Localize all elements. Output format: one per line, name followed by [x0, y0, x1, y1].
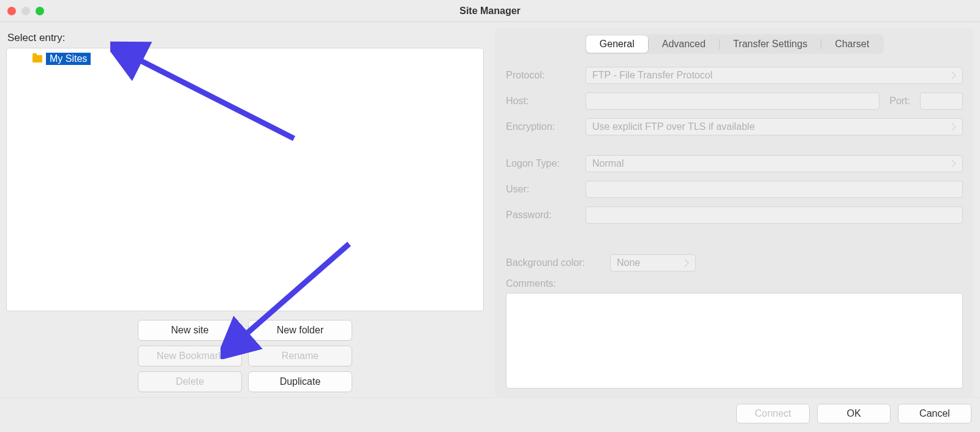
entry-buttons: New site New folder New Bookmark Rename …	[6, 311, 484, 397]
dialog-footer: Connect OK Cancel	[0, 397, 980, 432]
protocol-label: Protocol:	[506, 70, 579, 81]
left-panel: Select entry: My Sites New site New fold…	[6, 28, 484, 397]
port-label: Port:	[886, 96, 914, 107]
user-input[interactable]	[586, 181, 963, 198]
user-label: User:	[506, 184, 579, 195]
tab-general[interactable]: General	[586, 36, 648, 53]
encryption-label: Encryption:	[506, 121, 579, 132]
port-input[interactable]	[920, 93, 963, 110]
bgcolor-label: Background color:	[506, 257, 604, 268]
titlebar: Site Manager	[0, 0, 980, 22]
cancel-button[interactable]: Cancel	[898, 404, 971, 423]
connect-button: Connect	[736, 404, 810, 423]
settings-tabs: General Advanced Transfer Settings Chars…	[585, 34, 884, 54]
tab-charset[interactable]: Charset	[821, 36, 883, 53]
tab-advanced[interactable]: Advanced	[649, 36, 719, 53]
tree-root-label: My Sites	[46, 53, 91, 65]
encryption-select[interactable]: Use explicit FTP over TLS if available	[586, 118, 963, 135]
new-folder-button[interactable]: New folder	[248, 320, 352, 341]
logon-type-select[interactable]: Normal	[586, 155, 963, 172]
duplicate-button[interactable]: Duplicate	[248, 371, 352, 392]
password-input[interactable]	[586, 207, 963, 224]
comments-label: Comments:	[506, 278, 963, 289]
site-manager-window: Site Manager Select entry: My Sites	[0, 0, 980, 432]
bgcolor-select[interactable]: None	[610, 254, 696, 271]
select-entry-label: Select entry:	[7, 32, 484, 44]
password-label: Password:	[506, 210, 579, 221]
protocol-select[interactable]: FTP - File Transfer Protocol	[586, 67, 963, 84]
comments-textarea[interactable]	[506, 293, 963, 388]
site-tree[interactable]: My Sites	[6, 48, 484, 311]
new-bookmark-button: New Bookmark	[138, 346, 242, 366]
host-label: Host:	[506, 96, 579, 107]
rename-button: Rename	[248, 346, 352, 366]
tab-transfer[interactable]: Transfer Settings	[720, 36, 821, 53]
window-title: Site Manager	[0, 6, 980, 17]
host-input[interactable]	[586, 93, 880, 110]
tree-root-row[interactable]: My Sites	[30, 52, 481, 66]
folder-icon	[32, 55, 42, 63]
logon-type-label: Logon Type:	[506, 158, 579, 169]
right-panel: General Advanced Transfer Settings Chars…	[495, 28, 974, 397]
content-area: Select entry: My Sites New site New fold…	[0, 22, 980, 397]
delete-button: Delete	[138, 371, 242, 392]
ok-button[interactable]: OK	[817, 404, 891, 423]
new-site-button[interactable]: New site	[138, 320, 242, 341]
